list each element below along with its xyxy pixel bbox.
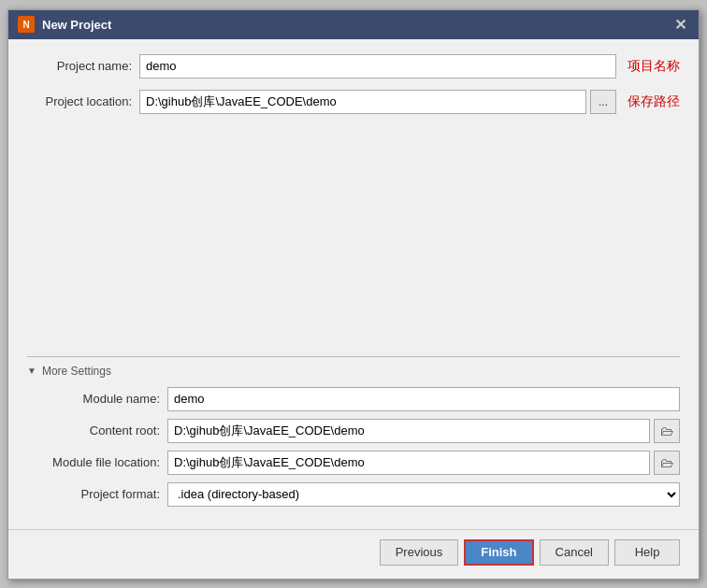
project-format-label: Project format: [27, 487, 167, 501]
content-root-label: Content root: [27, 423, 167, 437]
titlebar: N New Project ✕ [8, 10, 699, 39]
module-file-location-label: Module file location: [27, 455, 167, 469]
project-format-select[interactable]: .idea (directory-based) .ipr (file-based… [167, 482, 680, 507]
content-root-row: Content root: 🗁 [27, 419, 680, 443]
project-format-row: Project format: .idea (directory-based) … [27, 482, 680, 507]
browse-icon: ... [599, 95, 608, 108]
folder-icon-2: 🗁 [660, 455, 673, 470]
project-location-label: Project location: [27, 94, 139, 108]
project-name-annotation: 项目名称 [628, 58, 680, 75]
module-name-input[interactable] [167, 387, 680, 411]
dialog-footer: Previous Finish Cancel Help [8, 529, 699, 579]
content-root-input[interactable] [167, 419, 650, 443]
module-name-row: Module name: [27, 387, 680, 411]
more-settings-header[interactable]: ▼ More Settings [27, 365, 680, 378]
project-location-browse-button[interactable]: ... [590, 90, 616, 114]
previous-button[interactable]: Previous [380, 539, 459, 566]
new-project-dialog: N New Project ✕ Project name: 项目名称 Proje… [7, 9, 700, 580]
dialog-content: Project name: 项目名称 Project location: ...… [8, 39, 699, 529]
dialog-icon: N [18, 16, 35, 33]
more-settings-label: More Settings [42, 365, 111, 378]
project-location-input[interactable] [139, 90, 586, 114]
help-button[interactable]: Help [614, 539, 680, 566]
module-name-label: Module name: [27, 392, 167, 406]
folder-icon: 🗁 [660, 423, 673, 438]
content-spacer [27, 125, 680, 347]
project-name-row: Project name: 项目名称 [27, 54, 680, 79]
collapse-triangle-icon: ▼ [27, 366, 36, 376]
module-file-location-input[interactable] [167, 451, 650, 475]
project-name-label: Project name: [27, 59, 139, 73]
dialog-title: New Project [42, 18, 671, 32]
more-settings-section: ▼ More Settings Module name: Content roo… [27, 356, 680, 514]
cancel-button[interactable]: Cancel [540, 539, 609, 566]
project-location-row: Project location: ... 保存路径 [27, 90, 680, 114]
finish-button[interactable]: Finish [464, 539, 533, 566]
module-file-location-row: Module file location: 🗁 [27, 451, 680, 475]
close-button[interactable]: ✕ [671, 16, 689, 34]
project-location-annotation: 保存路径 [628, 93, 680, 110]
project-name-input[interactable] [139, 54, 616, 79]
content-root-browse-button[interactable]: 🗁 [654, 419, 680, 443]
module-file-location-browse-button[interactable]: 🗁 [654, 451, 680, 475]
